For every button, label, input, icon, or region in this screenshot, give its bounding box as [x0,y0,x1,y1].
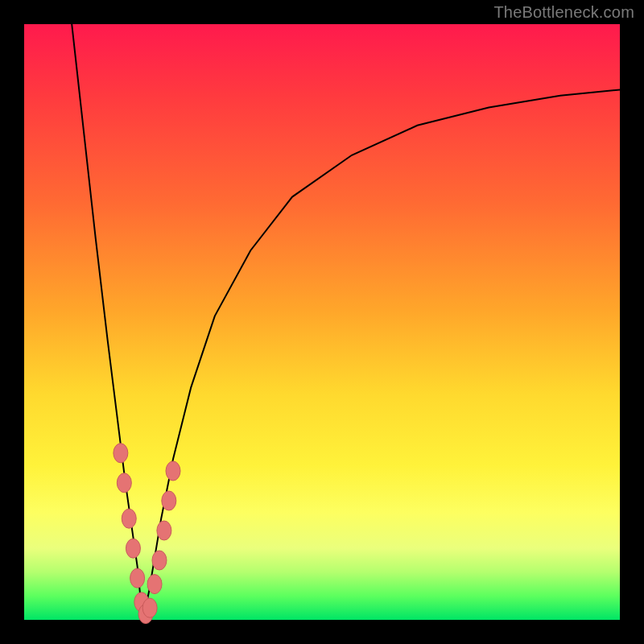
data-dot [157,521,171,540]
data-dot [162,491,176,510]
watermark-text: TheBottleneck.com [493,3,634,22]
chart-container: TheBottleneck.com [0,0,644,644]
chart-svg [24,24,620,620]
data-dot [122,509,136,528]
curve-left-branch [72,24,143,620]
data-dot [142,598,157,617]
data-dot [147,575,162,594]
data-dot [152,551,167,570]
data-dot [114,444,128,463]
plot-area [24,24,620,620]
data-dot [166,461,180,481]
data-dot [117,473,131,493]
data-dot [130,568,145,588]
curve-right-branch [143,89,620,620]
data-dot [126,539,140,558]
